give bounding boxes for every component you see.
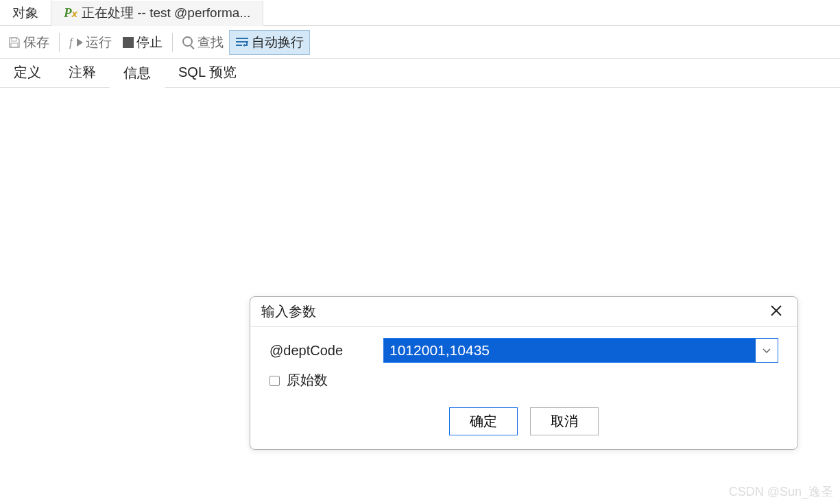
input-params-dialog: 输入参数 @deptCode 1012001,10435 原始数 确定 取消	[250, 296, 798, 450]
subtab-definition[interactable]: 定义	[0, 59, 55, 87]
close-icon	[770, 304, 782, 317]
param-label: @deptCode	[269, 343, 372, 359]
function-icon: f	[69, 36, 73, 49]
close-button[interactable]	[766, 303, 787, 321]
wrap-icon	[235, 36, 249, 49]
tab-processing[interactable]: Px 正在处理 -- test @performa...	[51, 1, 263, 26]
watermark: CSDN @Sun_逸圣	[729, 483, 833, 500]
wrap-toggle[interactable]: 自动换行	[229, 30, 310, 55]
tab-label: 对象	[12, 4, 38, 22]
dialog-header: 输入参数	[250, 297, 797, 327]
dialog-title: 输入参数	[261, 302, 316, 321]
button-label: 查找	[197, 34, 224, 51]
dialog-body: @deptCode 1012001,10435 原始数	[250, 327, 797, 398]
subtab-sqlpreview[interactable]: SQL 预览	[165, 59, 250, 87]
subtab-info[interactable]: 信息	[110, 60, 165, 88]
find-button[interactable]: 查找	[177, 31, 229, 54]
stop-button[interactable]: 停止	[117, 31, 168, 54]
param-row: @deptCode 1012001,10435	[269, 338, 778, 363]
document-tabs: 对象 Px 正在处理 -- test @performa...	[0, 0, 840, 26]
deptcode-combobox[interactable]: 1012001,10435	[383, 338, 778, 363]
run-button[interactable]: f 运行	[64, 31, 117, 54]
stop-icon	[123, 37, 134, 48]
sub-tabs: 定义 注释 信息 SQL 预览	[0, 59, 840, 88]
tab-object[interactable]: 对象	[0, 0, 51, 25]
button-label: 运行	[86, 34, 112, 51]
separator	[59, 33, 60, 52]
chevron-down-icon[interactable]	[756, 344, 778, 357]
raw-checkbox-row[interactable]: 原始数	[269, 371, 778, 389]
separator	[172, 33, 173, 52]
button-label: 自动换行	[252, 34, 304, 51]
play-icon	[77, 38, 83, 47]
toolbar: 保存 f 运行 停止 查找 自动换行	[0, 26, 840, 59]
button-label: 停止	[136, 34, 163, 51]
checkbox-icon[interactable]	[269, 376, 280, 386]
svg-rect-1	[11, 43, 18, 47]
dialog-footer: 确定 取消	[250, 398, 797, 449]
tab-label: 正在处理 -- test @performa...	[82, 4, 250, 22]
ok-button[interactable]: 确定	[449, 407, 518, 435]
save-button[interactable]: 保存	[3, 31, 55, 54]
checkbox-label: 原始数	[287, 371, 328, 389]
save-icon	[8, 36, 21, 49]
search-icon	[182, 36, 195, 49]
deptcode-value[interactable]: 1012001,10435	[384, 339, 756, 362]
button-label: 保存	[23, 34, 49, 51]
cancel-button[interactable]: 取消	[530, 407, 599, 435]
procedure-icon: Px	[64, 5, 77, 21]
subtab-comment[interactable]: 注释	[55, 59, 110, 87]
